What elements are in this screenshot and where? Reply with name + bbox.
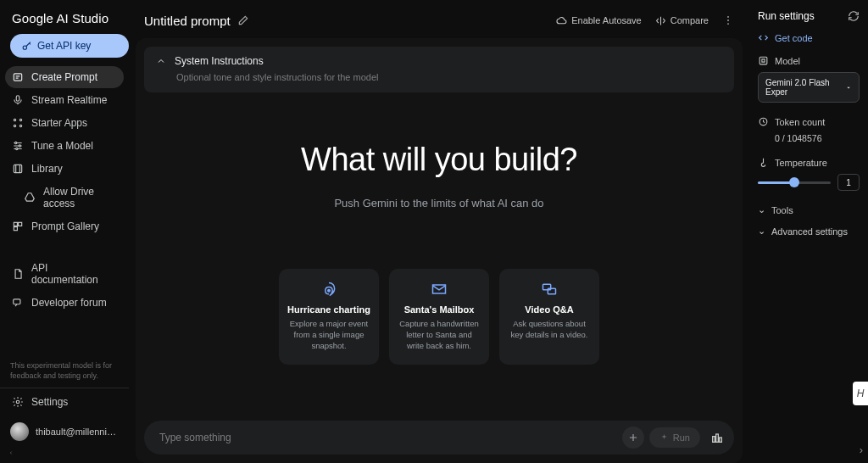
run-button[interactable]: Run	[649, 427, 700, 448]
compare-icon	[655, 15, 666, 26]
temperature-slider[interactable]	[758, 181, 831, 184]
sidebar: Google AI Studio Get API key Create Prom…	[0, 0, 129, 463]
nav-library[interactable]: Library	[5, 158, 124, 180]
card-title: Hurricane charting	[287, 304, 370, 315]
prompt-input[interactable]	[159, 432, 617, 443]
svg-point-18	[727, 23, 729, 25]
settings-label: Settings	[31, 396, 68, 408]
svg-point-7	[15, 142, 17, 143]
thermometer-icon	[758, 157, 769, 168]
system-instructions-title: System Instructions	[175, 55, 264, 67]
cloud-icon	[556, 15, 567, 26]
gear-icon	[12, 396, 24, 408]
svg-rect-23	[716, 434, 719, 442]
chevron-up-icon	[156, 56, 166, 66]
temperature-value[interactable]: 1	[837, 174, 860, 191]
nav-create-prompt[interactable]: Create Prompt	[5, 66, 124, 88]
svg-point-8	[19, 145, 20, 147]
compare-button[interactable]: Compare	[648, 12, 715, 30]
autosave-button[interactable]: Enable Autosave	[549, 12, 648, 30]
card-desc: Ask questions about key details in a vid…	[508, 319, 591, 341]
nav-label: Prompt Gallery	[31, 220, 99, 232]
chevron-down-icon	[845, 84, 852, 92]
tools-section[interactable]: ⌄ Tools	[758, 204, 860, 215]
nav-starter-apps[interactable]: Starter Apps	[5, 112, 124, 134]
model-label: Model	[775, 56, 800, 66]
svg-rect-12	[19, 222, 22, 226]
autosave-label: Enable Autosave	[571, 15, 642, 25]
topbar: Untitled prompt Enable Autosave Compare	[129, 0, 749, 35]
card-santa[interactable]: Santa's Mailbox Capture a handwritten le…	[389, 269, 489, 365]
side-tab[interactable]: H	[853, 382, 868, 405]
token-count-value: 0 / 1048576	[775, 133, 860, 143]
prompt-canvas: System Instructions Optional tone and st…	[136, 38, 743, 463]
nav-label: Allow Drive access	[43, 186, 117, 209]
svg-rect-14	[14, 299, 20, 304]
user-email: thibault@millennium-dig...	[36, 427, 119, 437]
user-account[interactable]: thibault@millennium-dig...	[0, 416, 129, 449]
nav-label: Stream Realtime	[31, 94, 107, 106]
starter-cards: Hurricane charting Explore a major event…	[136, 269, 743, 365]
main: Untitled prompt Enable Autosave Compare	[129, 0, 749, 463]
get-api-key-button[interactable]: Get API key	[10, 34, 129, 58]
library-icon	[12, 163, 24, 175]
svg-point-9	[16, 148, 18, 149]
next-button[interactable]: ›	[860, 443, 863, 456]
card-video[interactable]: Video Q&A Ask questions about key detail…	[499, 269, 599, 365]
add-attachment-button[interactable]	[622, 427, 644, 449]
advanced-settings-section[interactable]: ⌄ Advanced settings	[758, 226, 860, 237]
compare-label: Compare	[670, 15, 709, 25]
refresh-icon	[848, 10, 860, 22]
token-icon	[758, 116, 769, 127]
more-menu-button[interactable]	[719, 11, 737, 30]
svg-point-15	[16, 400, 19, 404]
nav-drive-access[interactable]: Allow Drive access	[5, 181, 124, 215]
gallery-button[interactable]	[707, 431, 727, 444]
mic-icon	[12, 94, 24, 106]
svg-rect-25	[760, 57, 767, 64]
model-select[interactable]: Gemini 2.0 Flash Exper	[758, 72, 860, 103]
advanced-label: Advanced settings	[771, 226, 848, 237]
chevron-down-icon: ⌄	[758, 226, 765, 237]
disclaimer-text: This experimental model is for feedback …	[0, 360, 129, 388]
hero: What will you build? Push Gemini to the …	[136, 142, 743, 209]
reset-settings-button[interactable]	[848, 10, 860, 22]
hero-subtitle: Push Gemini to the limits of what AI can…	[136, 197, 743, 209]
tune-icon	[12, 140, 24, 152]
prompt-input-row: Run	[144, 421, 734, 455]
nav-dev-forum[interactable]: Developer forum	[5, 292, 124, 314]
svg-point-19	[328, 289, 331, 292]
nav-prompt-gallery[interactable]: Prompt Gallery	[5, 215, 124, 237]
nav-label: API documentation	[31, 262, 117, 286]
svg-point-5	[14, 125, 15, 126]
get-code-button[interactable]: Get code	[758, 32, 860, 43]
nav-stream-realtime[interactable]: Stream Realtime	[5, 89, 124, 111]
card-desc: Capture a handwritten letter to Santa an…	[398, 319, 481, 351]
temperature-label: Temperature	[775, 158, 827, 168]
plus-icon	[627, 432, 639, 443]
nav-label: Developer forum	[31, 297, 107, 309]
app-logo: Google AI Studio	[0, 0, 129, 34]
get-api-key-label: Get API key	[37, 40, 91, 52]
nav-label: Tune a Model	[31, 140, 93, 152]
video-qa-icon	[508, 281, 591, 298]
slider-thumb[interactable]	[789, 177, 799, 187]
apps-icon	[12, 117, 24, 129]
edit-title-button[interactable]	[237, 14, 249, 26]
system-instructions-panel[interactable]: System Instructions Optional tone and st…	[144, 47, 734, 92]
token-count-label: Token count	[775, 117, 825, 127]
nav-api-docs[interactable]: API documentation	[5, 257, 124, 291]
svg-rect-1	[14, 74, 21, 81]
collapse-sidebar-button[interactable]	[0, 449, 14, 463]
card-title: Video Q&A	[508, 304, 591, 315]
card-hurricane[interactable]: Hurricane charting Explore a major event…	[279, 269, 379, 365]
model-value: Gemini 2.0 Flash Exper	[765, 78, 845, 97]
model-icon	[758, 55, 769, 66]
code-icon	[758, 32, 769, 43]
system-instructions-subtitle: Optional tone and style instructions for…	[176, 72, 722, 82]
nav-tune-model[interactable]: Tune a Model	[5, 135, 124, 157]
svg-rect-22	[713, 437, 715, 443]
avatar	[10, 422, 29, 441]
svg-rect-24	[720, 438, 722, 442]
settings-button[interactable]: Settings	[0, 388, 129, 416]
